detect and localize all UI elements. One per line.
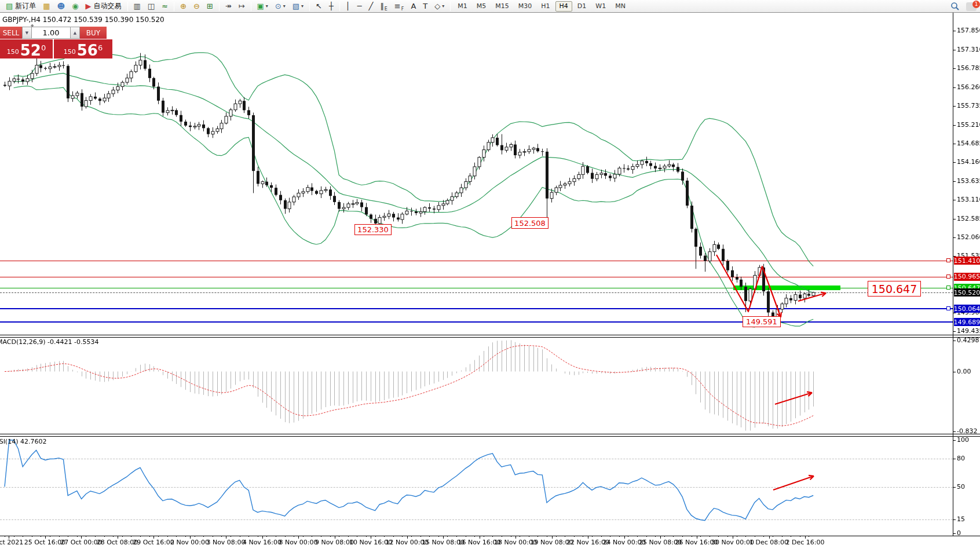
price-annotation[interactable]: 152.330 bbox=[354, 224, 392, 235]
axis-tick-label: 156.785 bbox=[957, 64, 980, 72]
timeline-label: 4 Nov 16:00 bbox=[243, 539, 281, 546]
ask-sup: 6 bbox=[98, 45, 103, 51]
notifications-icon[interactable]: 1 bbox=[966, 2, 977, 11]
axis-tick bbox=[953, 181, 956, 182]
tile-windows-button[interactable]: ⊞ bbox=[204, 1, 216, 12]
line-chart-mode-button[interactable]: ≈ bbox=[159, 1, 171, 12]
timeframe-m1-button[interactable]: M1 bbox=[454, 1, 471, 12]
objects-group: │─╱∥E≡FAT◇▾ bbox=[342, 0, 448, 13]
bar-chart-mode-button[interactable]: ▥ bbox=[131, 1, 144, 12]
timeframe-m15-button[interactable]: M15 bbox=[491, 1, 513, 12]
timeframe-m5-button[interactable]: M5 bbox=[473, 1, 491, 12]
timeframe-h1-button[interactable]: H1 bbox=[537, 1, 554, 12]
timeline-label: 8 Nov 00:00 bbox=[279, 539, 317, 546]
bid-price-display[interactable]: 150 52 0 bbox=[0, 39, 53, 58]
dropdown-caret-icon[interactable]: ▾ bbox=[442, 3, 444, 9]
dropdown-caret-icon[interactable]: ▾ bbox=[301, 3, 303, 9]
auto-trading-button[interactable]: ▶自动交易 bbox=[83, 1, 125, 12]
trendline-tool-button[interactable]: ╱ bbox=[365, 1, 376, 12]
buy-button[interactable]: BUY bbox=[80, 27, 107, 39]
line-anchor-square[interactable] bbox=[946, 306, 950, 310]
dropdown-caret-icon[interactable]: ▾ bbox=[283, 3, 286, 9]
signals-button[interactable]: ◉ bbox=[69, 1, 81, 12]
pane-separator[interactable] bbox=[0, 337, 980, 338]
new-order-icon: ▤ bbox=[6, 2, 13, 10]
search-icon[interactable] bbox=[950, 1, 960, 12]
new-order-button-label: 新订单 bbox=[15, 1, 36, 11]
volume-input[interactable] bbox=[32, 27, 70, 39]
charts-button[interactable]: ▦ bbox=[40, 1, 53, 12]
timeframe-mn-button[interactable]: MN bbox=[611, 1, 630, 12]
new-chart-button[interactable]: ▣▾ bbox=[254, 1, 271, 12]
timeline-label: 1 Dec 08:00 bbox=[749, 539, 788, 546]
horizontal-line-tool-icon: ─ bbox=[357, 2, 362, 10]
line-anchor-square[interactable] bbox=[946, 286, 950, 290]
label-tool-button[interactable]: T bbox=[420, 1, 430, 12]
axis-tick-label: 155.210 bbox=[957, 121, 980, 129]
period-icon: ⊙ bbox=[275, 2, 281, 10]
windows-group: ▣▾⊙▾▧▾ bbox=[254, 0, 308, 13]
pane-separator[interactable] bbox=[0, 436, 980, 437]
timeframe-m30-button[interactable]: M30 bbox=[514, 1, 536, 12]
line-anchor-square[interactable] bbox=[946, 258, 950, 262]
axis-tick bbox=[953, 200, 956, 200]
timeline-label: 29 Oct 16:00 bbox=[133, 539, 174, 546]
ask-price-display[interactable]: 150 56 6 bbox=[54, 39, 112, 58]
profile-button[interactable]: ☻ bbox=[54, 1, 68, 12]
volume-increase-button[interactable]: ▲ bbox=[70, 27, 80, 39]
template-icon: ▧ bbox=[292, 2, 299, 10]
pane-separator[interactable] bbox=[0, 536, 980, 536]
tool-subscript: F bbox=[401, 6, 404, 12]
new-order-button[interactable]: ▤新订单 bbox=[3, 1, 39, 12]
crosshair-tool-button[interactable]: ┼ bbox=[326, 1, 337, 12]
zoom-in-button[interactable]: ⊕ bbox=[177, 1, 189, 12]
period-button[interactable]: ⊙▾ bbox=[272, 1, 288, 12]
candlestick-mode-button[interactable]: ◫ bbox=[145, 1, 158, 12]
timeline-label: 28 Oct 08:00 bbox=[97, 539, 138, 546]
timeframe-group: M1M5M15M30H1H4D1W1MN bbox=[453, 0, 630, 13]
text-tool-button[interactable]: A bbox=[408, 1, 419, 12]
pane-separator[interactable] bbox=[0, 434, 980, 434]
toolbar-separator bbox=[251, 2, 251, 11]
volume-decrease-button[interactable]: ▼ bbox=[22, 27, 32, 39]
pane-separator[interactable] bbox=[0, 335, 980, 335]
shapes-tool-button[interactable]: ◇▾ bbox=[432, 1, 447, 12]
price-badge-150.520: 150.520 bbox=[954, 288, 980, 297]
auto-scroll-icon: ↠ bbox=[225, 2, 232, 10]
line-anchor-square[interactable] bbox=[946, 274, 950, 279]
charts-icon: ▦ bbox=[43, 2, 50, 10]
fibonacci-tool-button[interactable]: ≡F bbox=[392, 1, 407, 12]
cursor-tool-button[interactable]: ↖ bbox=[313, 1, 325, 12]
fibonacci-tool-icon: ≡ bbox=[394, 2, 401, 10]
cursor-group: ↖┼ bbox=[312, 0, 337, 13]
panel-collapse-icon[interactable]: ◆ bbox=[31, 23, 34, 28]
channel-tool-button[interactable]: ∥E bbox=[377, 1, 390, 12]
timeframe-w1-button[interactable]: W1 bbox=[591, 1, 610, 12]
timeframe-h4-button[interactable]: H4 bbox=[555, 1, 572, 12]
dropdown-caret-icon[interactable]: ▾ bbox=[266, 3, 268, 9]
sell-button[interactable]: SELL bbox=[0, 27, 22, 39]
price-annotation[interactable]: 152.508 bbox=[511, 217, 548, 229]
toolbar-separator bbox=[450, 2, 451, 11]
price-annotation[interactable]: 150.647 bbox=[868, 281, 921, 297]
mt4-window: ▤新订单▦☻◉▶自动交易▥◫≈⊕⊖⊞↠↦▣▾⊙▾▧▾↖┼│─╱∥E≡FAT◇▾M… bbox=[0, 0, 980, 549]
price-chart-canvas[interactable] bbox=[0, 13, 953, 549]
bid-sup: 0 bbox=[41, 45, 46, 51]
axis-tick bbox=[953, 459, 956, 459]
timeline-label: 30 Nov 00:00 bbox=[711, 539, 754, 546]
price-badge-150.965: 150.965 bbox=[954, 273, 980, 281]
price-annotation[interactable]: 149.591 bbox=[743, 316, 781, 327]
axis-tick bbox=[953, 68, 956, 69]
timeline-label: 9 Nov 08:00 bbox=[315, 539, 354, 546]
toolbar: ▤新订单▦☻◉▶自动交易▥◫≈⊕⊖⊞↠↦▣▾⊙▾▧▾↖┼│─╱∥E≡FAT◇▾M… bbox=[0, 0, 980, 13]
horizontal-line-tool-button[interactable]: ─ bbox=[354, 1, 365, 12]
vertical-line-tool-button[interactable]: │ bbox=[343, 1, 353, 12]
profile-icon: ☻ bbox=[57, 2, 65, 10]
zoom-out-button[interactable]: ⊖ bbox=[191, 1, 203, 12]
chart-shift-icon: ↦ bbox=[239, 2, 245, 10]
template-button[interactable]: ▧▾ bbox=[290, 1, 306, 12]
auto-scroll-button[interactable]: ↠ bbox=[222, 1, 235, 12]
chart-shift-button[interactable]: ↦ bbox=[236, 1, 248, 12]
bar-chart-mode-icon: ▥ bbox=[134, 2, 141, 10]
timeframe-d1-button[interactable]: D1 bbox=[573, 1, 590, 12]
